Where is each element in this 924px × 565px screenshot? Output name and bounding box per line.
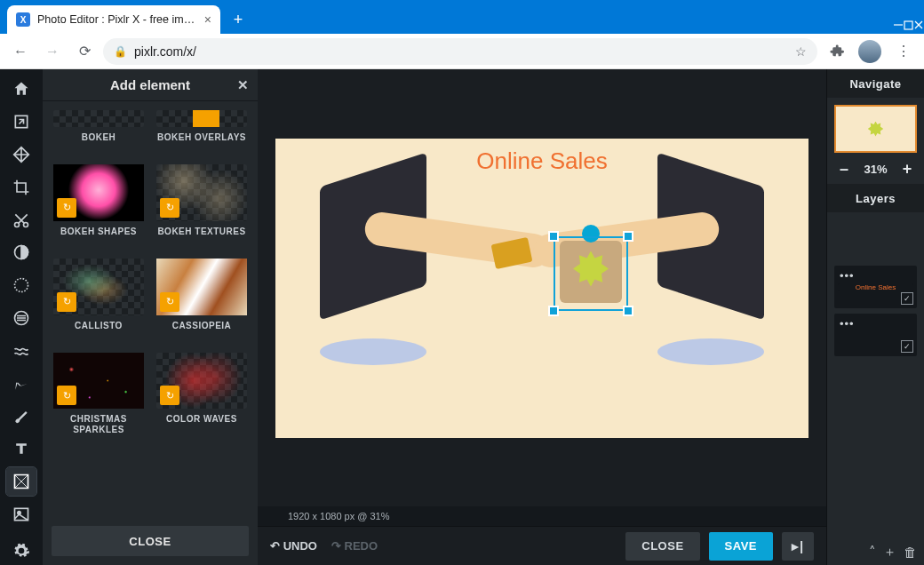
redo-button[interactable]: ↷ REDO xyxy=(331,539,378,553)
window-close[interactable] xyxy=(913,18,924,34)
bookmark-star-icon[interactable]: ☆ xyxy=(795,44,807,59)
refresh-icon: ↻ xyxy=(160,386,179,405)
url-text: pixlr.com/x/ xyxy=(134,44,196,59)
element-thumb xyxy=(53,110,144,127)
tool-cut[interactable] xyxy=(6,205,36,235)
tool-filter[interactable] xyxy=(6,271,36,300)
panel-title: Add element xyxy=(110,77,190,92)
layer-menu-icon[interactable]: ••• xyxy=(840,317,855,330)
tool-adjust[interactable] xyxy=(6,238,36,267)
close-button[interactable]: CLOSE xyxy=(625,532,699,561)
element-label: CASSIOPEIA xyxy=(172,321,232,340)
add-layer-icon[interactable]: ＋ xyxy=(883,544,896,561)
refresh-icon: ↻ xyxy=(57,198,76,218)
zoom-value: 31% xyxy=(864,163,887,176)
element-thumb: ↻ xyxy=(156,259,247,315)
element-item[interactable]: ↻ CALLISTO xyxy=(53,259,144,340)
svg-rect-1 xyxy=(904,21,912,29)
panel-title-bar: Add element ✕ xyxy=(43,69,258,101)
layer-item[interactable]: ••• ✓ xyxy=(834,314,917,356)
nav-forward[interactable]: → xyxy=(39,38,66,65)
zoom-controls: – 31% + xyxy=(827,160,924,184)
panel-close-label: CLOSE xyxy=(129,535,171,548)
element-thumb: ↻ xyxy=(156,353,247,410)
tool-brush[interactable] xyxy=(6,402,36,431)
layer-menu-icon[interactable]: ••• xyxy=(840,269,855,282)
tool-resize[interactable] xyxy=(6,107,36,137)
tab-close-icon[interactable]: × xyxy=(204,12,211,27)
navigate-header: Navigate xyxy=(827,69,924,98)
nav-reload[interactable]: ⟳ xyxy=(71,38,98,65)
canvas-heading: Online Sales xyxy=(476,147,607,175)
tool-crop[interactable] xyxy=(6,172,36,202)
tool-home[interactable] xyxy=(6,75,36,104)
delete-layer-icon[interactable]: 🗑 xyxy=(904,545,917,560)
chrome-menu[interactable]: ⋮ xyxy=(890,38,917,65)
bottom-bar: ↶ UNDO ↷ REDO CLOSE SAVE ▸| xyxy=(258,526,826,565)
refresh-icon: ↻ xyxy=(57,292,76,312)
tool-settings[interactable] xyxy=(6,536,36,565)
layer-visibility-toggle[interactable]: ✓ xyxy=(901,340,913,353)
status-bar: 1920 x 1080 px @ 31% xyxy=(258,506,826,526)
tool-rail xyxy=(0,69,43,565)
tool-wave[interactable] xyxy=(6,336,36,365)
new-tab-button[interactable]: + xyxy=(226,7,251,32)
address-bar[interactable]: 🔒 pixlr.com/x/ ☆ xyxy=(103,38,817,65)
element-item[interactable]: ↻ CASSIOPEIA xyxy=(156,259,247,340)
tool-text[interactable] xyxy=(6,434,36,464)
toggle-panel-button[interactable]: ▸| xyxy=(782,532,814,561)
element-item[interactable]: ↻ BOKEH TEXTURES xyxy=(156,164,247,246)
extensions-icon[interactable] xyxy=(823,38,849,65)
tool-element[interactable] xyxy=(6,467,36,497)
undo-button[interactable]: ↶ UNDO xyxy=(270,539,317,553)
layer-visibility-toggle[interactable]: ✓ xyxy=(901,292,913,305)
panel-close-icon[interactable]: ✕ xyxy=(237,77,249,93)
element-grid[interactable]: BOKEH BOKEH OVERLAYS ↻ BOKEH SHAPES xyxy=(43,101,258,519)
right-sidebar: Navigate – 31% + Layers ••• ✓ ••• xyxy=(826,69,924,565)
layer-item[interactable]: ••• Online Sales ✓ xyxy=(834,266,917,308)
add-element-panel: Add element ✕ BOKEH BOKEH OVERLAYS xyxy=(43,69,258,565)
layers-header: Layers xyxy=(827,184,924,212)
refresh-icon: ↻ xyxy=(160,198,179,218)
save-label: SAVE xyxy=(725,539,757,553)
element-item[interactable]: BOKEH OVERLAYS xyxy=(156,110,247,152)
element-label: CHRISTMAS SPARKLES xyxy=(53,414,144,435)
window-minimize[interactable] xyxy=(893,18,904,34)
tool-move[interactable] xyxy=(6,140,36,170)
tool-image[interactable] xyxy=(6,499,36,529)
element-thumb: ↻ xyxy=(53,353,144,410)
zoom-in-button[interactable]: + xyxy=(899,160,915,179)
layers-list: ••• ✓ ••• Online Sales ✓ ••• ✓ xyxy=(827,212,924,538)
element-item[interactable]: ↻ BOKEH SHAPES xyxy=(53,164,144,246)
favicon: X xyxy=(16,12,30,27)
layer-up-icon[interactable]: ˄ xyxy=(869,544,876,560)
profile-avatar[interactable] xyxy=(858,40,881,63)
refresh-icon: ↻ xyxy=(57,386,76,405)
element-thumb: ↻ xyxy=(156,164,247,221)
element-item[interactable]: ↻ COLOR WAVES xyxy=(156,353,247,436)
layers-footer: ˄ ＋ 🗑 xyxy=(827,538,924,565)
save-button[interactable]: SAVE xyxy=(709,532,773,561)
zoom-out-button[interactable]: – xyxy=(836,160,852,179)
tool-heal[interactable] xyxy=(6,369,36,398)
nav-back[interactable]: ← xyxy=(7,38,34,65)
svg-point-8 xyxy=(15,279,28,292)
tool-liquify[interactable] xyxy=(6,304,36,333)
element-label: BOKEH TEXTURES xyxy=(157,227,245,246)
canvas[interactable]: Online Sales xyxy=(275,139,808,438)
canvas-viewport[interactable]: Online Sales xyxy=(258,69,826,506)
browser-toolbar: ← → ⟳ 🔒 pixlr.com/x/ ☆ ⋮ xyxy=(0,34,924,69)
tab-strip: X Photo Editor : Pixlr X - free image… ×… xyxy=(0,0,924,34)
element-label: CALLISTO xyxy=(75,321,123,340)
refresh-icon: ↻ xyxy=(160,292,179,312)
browser-tab[interactable]: X Photo Editor : Pixlr X - free image… × xyxy=(7,5,220,34)
element-label: BOKEH SHAPES xyxy=(60,227,137,246)
panel-close-button[interactable]: CLOSE xyxy=(52,526,249,556)
navigator-thumbnail[interactable] xyxy=(834,105,917,153)
element-thumb: ↻ xyxy=(53,164,144,221)
element-item[interactable]: ↻ CHRISTMAS SPARKLES xyxy=(53,353,144,436)
window-maximize[interactable] xyxy=(904,18,913,34)
element-label: BOKEH xyxy=(82,132,116,152)
element-item[interactable]: BOKEH xyxy=(53,110,144,152)
canvas-object-star xyxy=(573,251,609,287)
